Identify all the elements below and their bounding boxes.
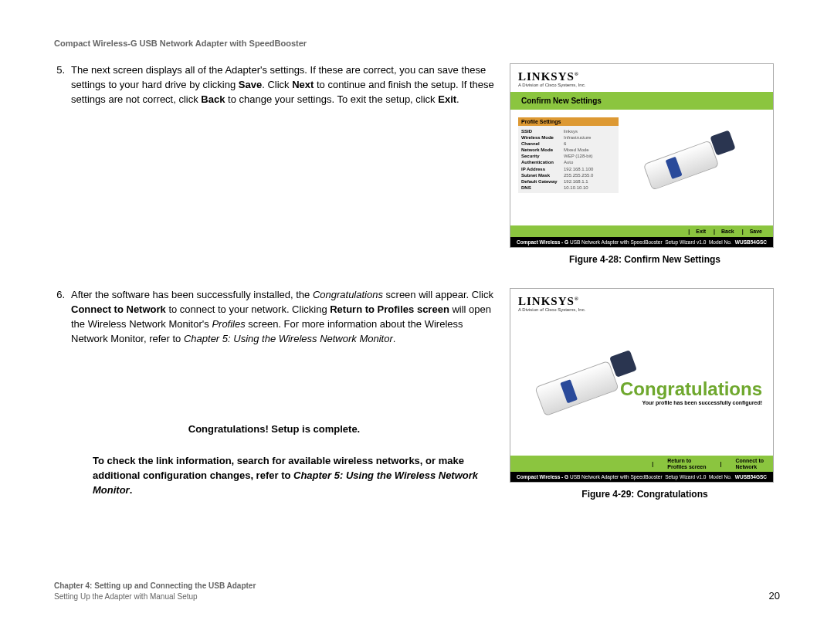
save-label: Save	[239, 79, 262, 90]
text: .	[393, 333, 396, 344]
return-to-profiles-button[interactable]: Return toProfiles screen	[667, 458, 706, 469]
settings-row: SSIDlinksys	[521, 128, 615, 134]
profiles-screen-name: Profiles	[212, 318, 245, 330]
tagline: A Division of Cisco Systems, Inc.	[518, 307, 765, 312]
linksys-logo: LINKSYS®	[518, 295, 765, 308]
congratulations-line: Congratulations! Setup is complete.	[54, 423, 494, 435]
back-button[interactable]: Back	[721, 229, 734, 234]
step-number: 6.	[54, 288, 65, 346]
screenshot-footer: Compact Wireless - G USB Network Adapter…	[510, 472, 773, 482]
settings-row: Subnet Mask255.255.255.0	[521, 172, 615, 178]
tagline: A Division of Cisco Systems, Inc.	[518, 83, 765, 87]
figure-4-29-screenshot: LINKSYS® A Division of Cisco Systems, In…	[510, 288, 774, 483]
figure-caption: Figure 4-29: Congratulations	[510, 489, 780, 500]
settings-row: AuthenticationAuto	[521, 159, 615, 165]
screen-title: Confirm New Settings	[510, 92, 773, 110]
exit-button[interactable]: Exit	[696, 229, 706, 234]
settings-table: SSIDlinksysWireless ModeInfrastructureCh…	[518, 126, 619, 193]
step-6: 6. After the software has been successfu…	[54, 288, 494, 346]
text: After the software has been successfully…	[71, 289, 313, 300]
congratulations-heading: Congratulations	[620, 378, 762, 400]
next-label: Next	[292, 79, 314, 90]
return-label: Return to Profiles screen	[330, 303, 449, 315]
button-bar: |Exit |Back |Save	[510, 225, 773, 237]
connect-to-network-button[interactable]: Connect toNetwork	[735, 458, 764, 469]
text: to change your settings. To exit the set…	[225, 93, 438, 105]
text: .	[130, 484, 133, 496]
congratulations-subtext: Your profile has been successfully confi…	[620, 400, 762, 405]
settings-row: Wireless ModeInfrastructure	[521, 134, 615, 141]
screenshot-footer: Compact Wireless - G USB Network Adapter…	[510, 237, 773, 247]
step-5: 5. The next screen displays all of the A…	[54, 63, 494, 107]
usb-adapter-image	[642, 133, 734, 195]
step-number: 5.	[54, 63, 65, 107]
settings-row: Channel6	[521, 141, 615, 147]
text: . Click	[262, 79, 292, 90]
back-label: Back	[201, 93, 225, 105]
page-number: 20	[769, 590, 780, 602]
button-bar: | Return toProfiles screen | Connect toN…	[510, 456, 773, 472]
text: screen will appear. Click	[383, 289, 493, 300]
linksys-logo: LINKSYS®	[518, 70, 765, 83]
settings-row: Default Gateway192.168.1.1	[521, 178, 615, 185]
step-text: The next screen displays all of the Adap…	[71, 63, 494, 107]
document-title: Compact Wireless-G USB Network Adapter w…	[54, 39, 780, 48]
settings-row: Network ModeMixed Mode	[521, 147, 615, 153]
settings-row: DNS10.10.10.10	[521, 185, 615, 191]
figure-4-28-screenshot: LINKSYS® A Division of Cisco Systems, In…	[510, 63, 774, 248]
text: to connect to your network. Clicking	[166, 303, 330, 315]
figure-caption: Figure 4-28: Confirm New Settings	[510, 254, 780, 265]
closing-text: To check the link information, search fo…	[54, 454, 494, 498]
chapter-reference: Chapter 5: Using the Wireless Network Mo…	[184, 333, 393, 344]
step-text: After the software has been successfully…	[71, 288, 494, 346]
congratulations-screen-name: Congratulations	[313, 289, 383, 300]
exit-label: Exit	[438, 93, 456, 105]
save-button[interactable]: Save	[750, 229, 762, 234]
settings-row: IP Address192.168.1.100	[521, 166, 615, 172]
text: .	[456, 93, 459, 105]
page-footer-text: Chapter 4: Setting up and Connecting the…	[54, 581, 256, 602]
panel-header: Profile Settings	[518, 117, 619, 126]
connect-label: Connect to Network	[71, 303, 166, 315]
settings-row: SecurityWEP (128-bit)	[521, 153, 615, 159]
